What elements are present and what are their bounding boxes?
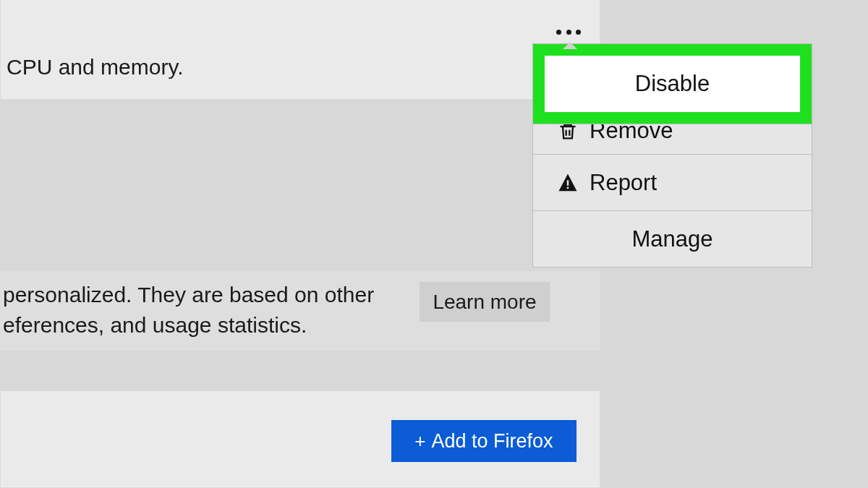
extension-card-bottom: + Add to Firefox (0, 390, 600, 488)
menu-item-manage[interactable]: Manage (532, 211, 812, 267)
dot-icon (576, 30, 581, 35)
extension-description-fragment: CPU and memory. (7, 55, 184, 80)
dot-icon (556, 30, 561, 35)
menu-item-manage-label: Manage (631, 226, 712, 252)
add-to-firefox-button[interactable]: + Add to Firefox (391, 420, 576, 462)
recommendation-text: personalized. They are based on other ef… (0, 280, 416, 341)
learn-more-button[interactable]: Learn more (420, 282, 550, 322)
extension-card-top: CPU and memory. (0, 0, 600, 100)
disable-highlight: Disable (532, 43, 812, 124)
add-to-firefox-label: Add to Firefox (432, 430, 553, 453)
menu-item-disable-label: Disable (635, 71, 710, 97)
dot-icon (566, 30, 571, 35)
menu-item-remove-label: Remove (590, 124, 673, 144)
menu-item-remove[interactable]: Remove (532, 124, 812, 155)
menu-item-report[interactable]: Report (532, 155, 812, 211)
menu-item-disable[interactable]: Disable (545, 56, 800, 112)
recommendation-banner: personalized. They are based on other ef… (0, 271, 600, 351)
menu-item-report-label: Report (590, 170, 657, 196)
more-options-button[interactable] (556, 25, 581, 39)
plus-icon: + (414, 430, 425, 453)
warning-icon (556, 171, 579, 194)
extension-options-menu: Disable Remove Report Manage (532, 43, 812, 267)
menu-caret-icon (563, 42, 577, 49)
learn-more-label: Learn more (433, 291, 536, 314)
trash-icon (556, 124, 579, 143)
svg-rect-0 (567, 180, 569, 186)
svg-rect-1 (567, 187, 569, 189)
